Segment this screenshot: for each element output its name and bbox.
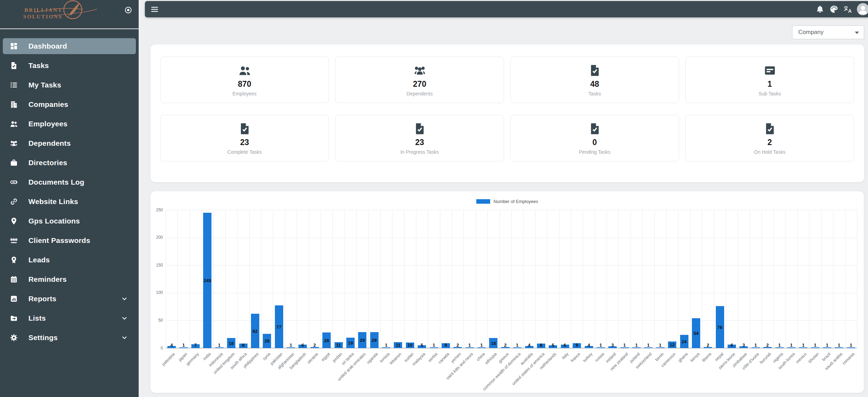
sidebar-item-leads[interactable]: Leads	[3, 252, 136, 268]
topbar	[145, 1, 868, 17]
bar-value-label: 54	[688, 331, 704, 336]
sidebar-item-directories[interactable]: Directories	[3, 155, 136, 171]
bell-button[interactable]	[815, 5, 825, 14]
stat-value: 48	[590, 80, 599, 88]
sidebar-item-companies[interactable]: Companies	[3, 96, 136, 112]
gridline-v	[476, 210, 476, 348]
sidebar-item-label: Documents Log	[28, 178, 84, 186]
gridline-v	[666, 210, 667, 348]
sidebar-item-dashboard[interactable]: Dashboard	[3, 38, 136, 54]
gridline-v	[452, 210, 452, 348]
leads-icon	[10, 256, 18, 264]
sidebar-nav: DashboardTasksMy TasksCompaniesEmployees…	[0, 29, 139, 346]
gridline-v	[416, 210, 416, 348]
sidebar-item-documents-log[interactable]: Documents Log	[3, 174, 136, 190]
company-select[interactable]: Company	[792, 25, 864, 39]
sidebar-item-settings[interactable]: Settings	[3, 330, 136, 346]
stat-value: 2	[767, 138, 772, 146]
gridline-v	[595, 210, 595, 348]
translate-button[interactable]	[843, 5, 852, 14]
sidebar-item-label: Tasks	[28, 61, 49, 70]
sidebar-item-reports[interactable]: Reports	[3, 291, 136, 307]
directories-icon	[10, 159, 18, 167]
gridline-v	[690, 210, 691, 348]
sidebar-item-tasks[interactable]: Tasks	[3, 58, 136, 74]
gridline-v	[392, 210, 392, 348]
chevron-down-icon	[121, 295, 128, 303]
translate-icon	[843, 5, 852, 14]
y-axis-tick: 150	[150, 263, 163, 268]
stat-card-on-hold-tasks: 2On Hold Tasks	[685, 115, 854, 161]
sidebar-item-label: Dashboard	[28, 42, 67, 50]
company-select-value: Company	[798, 29, 824, 36]
bar-value-label: 8	[236, 343, 251, 348]
gridline-v	[237, 210, 237, 348]
palette-button[interactable]	[829, 5, 839, 14]
y-axis-tick: 250	[150, 208, 163, 213]
stat-card-tasks: 48Tasks	[510, 57, 679, 103]
gridline-v	[368, 210, 368, 348]
gridline-v	[678, 210, 678, 348]
stat-value: 0	[592, 138, 597, 146]
gridline-v	[833, 210, 833, 348]
bar-value-label: 62	[248, 329, 263, 334]
gridline-v	[750, 210, 750, 348]
app-logo: BRILLIANT SOLUTIONS	[0, 0, 139, 29]
stat-label: Employees	[233, 91, 257, 96]
stat-card-in-progress-tasks: 23In Progress Tasks	[335, 115, 504, 161]
gridline-v	[261, 210, 261, 348]
chevron-down-icon	[121, 314, 128, 322]
dependents-icon	[413, 64, 426, 77]
gridline-v	[738, 210, 738, 348]
y-axis-tick: 50	[150, 318, 163, 323]
gridline-v	[225, 210, 226, 348]
sidebar-item-label: Reports	[28, 295, 57, 303]
sidebar-item-label: Website Links	[28, 197, 78, 206]
bar-value-label: 2	[700, 343, 715, 348]
sidebar-item-gps-locations[interactable]: Gps Locations	[3, 213, 136, 229]
gridline-v	[523, 210, 523, 348]
bar-value-label: 77	[271, 325, 287, 330]
stat-label: Sub Tasks	[758, 91, 781, 96]
stat-card-dependents: 270Dependents	[335, 57, 504, 103]
sidebar-item-my-tasks[interactable]: My Tasks	[3, 77, 136, 93]
gridline-v	[321, 210, 321, 348]
stat-label: Dependents	[407, 91, 433, 96]
gridline-v	[487, 210, 488, 348]
sidebar-item-client-passwords[interactable]: Client Passwords	[3, 233, 136, 248]
sidebar-item-website-links[interactable]: Website Links	[3, 194, 136, 210]
gridline-v	[559, 210, 559, 348]
sidebar-item-reminders[interactable]: Reminders	[3, 271, 136, 287]
rows-icon	[763, 64, 776, 77]
bar-value-label: 24	[677, 339, 692, 344]
hamburger-menu-icon[interactable]	[150, 5, 159, 14]
gps-locations-icon	[10, 217, 18, 225]
sidebar-item-lists[interactable]: Lists	[3, 310, 136, 326]
gridline-v	[547, 210, 547, 348]
bar-value-label: 7	[188, 343, 203, 348]
companies-icon	[10, 100, 18, 109]
sidebar-collapse-toggle-icon[interactable]	[124, 6, 132, 14]
gridline-v	[583, 210, 583, 348]
sidebar-item-label: My Tasks	[28, 81, 61, 89]
gridline-v	[463, 210, 464, 348]
bar-value-label: 1	[843, 343, 859, 348]
stat-card-complete-tasks: 23Complete Tasks	[160, 115, 329, 161]
bar-value-label: 29	[367, 338, 382, 343]
sidebar-item-label: Lists	[28, 314, 46, 322]
sidebar: BRILLIANT SOLUTIONS DashboardTasksMy Tas…	[0, 0, 139, 397]
sidebar-item-dependents[interactable]: Dependents	[3, 135, 136, 151]
gridline-v	[654, 210, 655, 348]
stat-value: 270	[413, 80, 426, 88]
chart-legend[interactable]: Number of Employees	[150, 199, 864, 204]
gridline-v	[332, 210, 333, 348]
gridline-v	[618, 210, 619, 348]
sidebar-item-employees[interactable]: Employees	[3, 116, 136, 132]
website-links-icon	[10, 197, 18, 206]
dashboard-icon	[10, 42, 18, 50]
avatar-person-icon	[857, 3, 868, 15]
sidebar-item-label: Gps Locations	[28, 217, 80, 225]
topbar-actions	[815, 1, 868, 17]
user-avatar[interactable]	[857, 3, 868, 15]
bar-value-label: 245	[200, 278, 215, 283]
